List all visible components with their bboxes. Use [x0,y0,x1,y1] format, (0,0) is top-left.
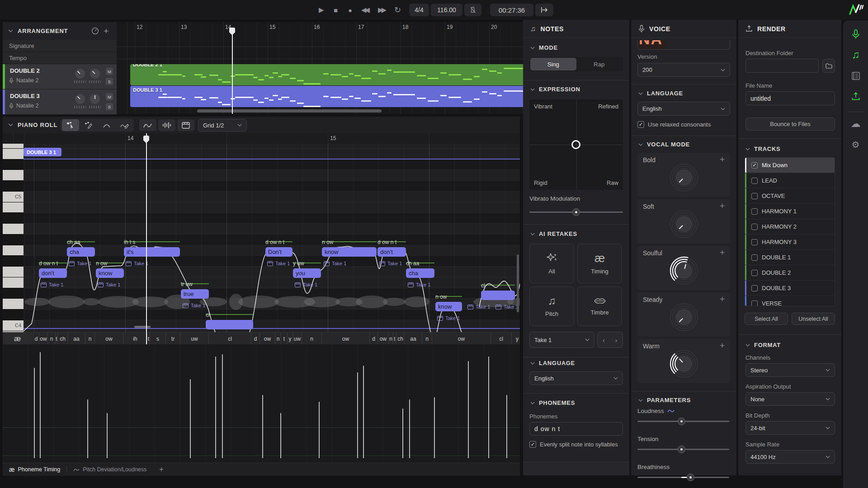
black-key[interactable] [3,288,24,299]
expression-section-header[interactable]: EXPRESSION [530,86,580,93]
lane-tempo[interactable]: Tempo [3,52,117,64]
arrangement-h-scrollbar[interactable] [197,109,382,113]
black-key[interactable] [3,310,24,320]
black-key[interactable] [3,213,24,224]
white-key[interactable] [3,277,24,288]
bit-depth-select[interactable]: 24-bit [745,421,835,435]
phoneme-symbol-cell[interactable]: æ [3,333,32,345]
play-button[interactable]: ▶ [319,0,324,20]
ai-retakes-section-header[interactable]: AI RETAKES [530,230,577,237]
checkbox-checked-icon[interactable]: ✓ [751,162,758,169]
tension-handle[interactable] [678,446,685,453]
piano-keyboard[interactable]: C5C4 [3,144,24,332]
canvas-scroll-pill[interactable] [134,326,151,328]
solo-button[interactable]: S [106,78,113,85]
render-track-row[interactable]: DOUBLE 1 [745,250,835,265]
phoneme-cell[interactable]: d [33,333,39,345]
loop-button[interactable]: ↻ [394,0,401,20]
loudness-handle[interactable] [678,418,685,425]
unselect-all-button[interactable]: Unselect All [792,313,835,325]
checkbox-unchecked-icon[interactable] [751,239,758,245]
checkbox-unchecked-icon[interactable] [751,208,758,215]
dictionary-panel-toggle[interactable] [843,70,868,82]
tab-phoneme-timing[interactable]: æ Phoneme Timing [3,463,66,476]
voice-language-section-header[interactable]: LANGUAGE [638,90,683,97]
phoneme-cell[interactable]: ch [396,333,404,345]
xy-pad-handle[interactable] [571,140,580,149]
phoneme-cell[interactable]: t [281,333,287,345]
phoneme-cell[interactable]: cl [491,333,511,345]
mute-button[interactable]: M [106,93,113,100]
piano-note[interactable] [481,291,515,300]
take-badge[interactable]: Take 1 [467,304,490,310]
breathiness-handle[interactable] [687,474,694,481]
checkbox-checked-icon[interactable]: ✓ [637,121,644,128]
piano-note[interactable]: true [181,289,209,299]
phoneme-cell[interactable]: d [251,333,259,345]
phoneme-cell[interactable]: ow [94,333,123,345]
checkbox-unchecked-icon[interactable] [751,285,758,291]
collapse-arrangement-icon[interactable] [8,29,13,33]
add-vocal-mode-icon[interactable]: + [720,294,725,304]
phoneme-cell[interactable]: cl [208,333,251,345]
black-key[interactable] [3,160,24,170]
bounce-to-files-button[interactable]: Bounce to Files [745,117,835,131]
take-prev-button[interactable]: ‹ [597,332,610,348]
render-track-row[interactable]: OCTAVE [745,188,835,204]
render-track-row[interactable]: ✓Mix Down [745,158,835,173]
piano-note[interactable]: don't [39,268,67,278]
phoneme-cell[interactable]: n [47,333,55,345]
canvas-v-scrollbar[interactable] [517,254,519,312]
render-track-row[interactable]: VERSE [745,296,835,306]
retake-all-button[interactable]: All [529,244,574,283]
piano-note[interactable]: it's [124,247,180,257]
pan-knob[interactable] [90,94,100,104]
phoneme-cell[interactable]: ch [57,333,67,345]
white-key[interactable] [3,267,24,277]
white-key[interactable] [3,144,24,149]
checkbox-unchecked-icon[interactable] [751,178,758,184]
add-parameter-tab-button[interactable]: + [153,465,170,474]
phoneme-cell[interactable]: ow [321,333,369,345]
version-select[interactable]: 200 [637,63,730,77]
take-badge[interactable]: Take 1 [495,304,518,310]
white-key[interactable] [3,245,24,256]
format-section-header[interactable]: FORMAT [745,342,781,348]
render-track-row[interactable]: HARMONY 1 [745,204,835,219]
sample-rate-select[interactable]: 44100 Hz [745,450,835,464]
phoneme-cell[interactable]: uw [180,333,208,345]
phoneme-timing-editor[interactable] [3,344,520,463]
mode-section-header[interactable]: MODE [530,44,558,51]
render-panel-toggle[interactable] [843,91,868,103]
soulful-knob[interactable] [666,253,702,288]
arrangement-playhead[interactable] [232,28,233,114]
metronome-toggle[interactable] [464,4,481,16]
stop-button[interactable]: ■ [334,0,338,20]
piano-note[interactable]: cha [406,268,434,278]
notes-panel-toggle[interactable]: ♫ [843,49,868,61]
phoneme-cell[interactable]: aa [404,333,422,345]
piano-note[interactable] [206,320,253,329]
pitch-draw-tool-button[interactable] [116,119,133,131]
render-track-row[interactable]: DOUBLE 2 [745,265,835,281]
render-track-row[interactable]: DOUBLE 3 [745,281,835,296]
take-badge[interactable]: Take 1 [41,282,63,287]
take-badge[interactable]: Take 1 [408,282,430,287]
checkbox-unchecked-icon[interactable] [751,254,758,261]
add-track-icon[interactable]: + [104,26,108,36]
take-badge[interactable]: Take 1 [126,261,148,266]
phoneme-cell[interactable]: n [302,333,321,345]
retake-pitch-button[interactable]: ♫ Pitch [529,286,574,326]
fast-forward-button[interactable]: ▶▶ [378,0,385,20]
piano-note[interactable]: know [322,247,377,257]
arrangement-timeline[interactable]: 121314151617181920DOUBLE 2 1DOUBLE 3 1 [117,22,523,114]
phoneme-cell[interactable]: ow [39,333,47,345]
phoneme-cell[interactable]: aa [67,333,85,345]
black-key[interactable] [3,235,24,245]
take-badge[interactable]: Take 1 [183,303,205,308]
curve-tool-button[interactable] [98,119,115,131]
grid-select[interactable]: Grid 1/2 [198,119,247,131]
piano-roll-playhead[interactable] [146,133,147,344]
take-badge[interactable]: Take 1 [379,261,402,266]
phoneme-cell[interactable]: y [287,333,292,345]
